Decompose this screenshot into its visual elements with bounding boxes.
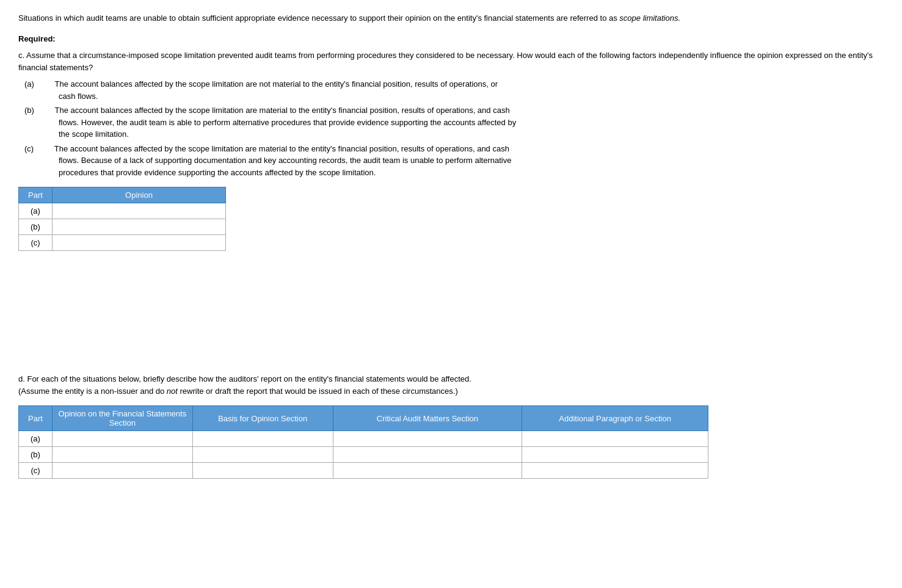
table-c-opinion-b[interactable]: [52, 219, 225, 235]
list-text-b-cont2: the scope limitation.: [59, 128, 884, 140]
table-d-row-c: (c): [19, 463, 708, 479]
table-c-opinion-a[interactable]: [52, 203, 225, 219]
table-c-opinion-c[interactable]: [52, 235, 225, 251]
intro-paragraph: Situations in which audit teams are unab…: [18, 12, 884, 24]
table-d-row-a: (a): [19, 431, 708, 447]
list-text-c-cont2: procedures that provide evidence support…: [59, 167, 884, 179]
list-text-a-cont: cash flows.: [59, 90, 884, 103]
list-text-a: The account balances affected by the sco…: [55, 79, 498, 89]
table-c-container: Part Opinion (a) (b) (c): [18, 187, 884, 251]
table-c-part-c: (c): [19, 235, 53, 251]
table-c-part-a: (a): [19, 203, 53, 219]
table-d-additional-b[interactable]: [522, 447, 708, 463]
list-label-c: (c): [24, 144, 34, 153]
list-text-c-cont: flows. Because of a lack of supporting d…: [59, 154, 884, 167]
table-d-critical-a[interactable]: [333, 431, 522, 447]
part-d-text: d. For each of the situations below, bri…: [18, 373, 884, 385]
col-opinion-statements: Opinion on the Financial Statements Sect…: [52, 406, 192, 431]
table-c: Part Opinion (a) (b) (c): [18, 187, 226, 251]
table-c-row-c: (c): [19, 235, 226, 251]
col-basis-opinion: Basis for Opinion Section: [192, 406, 333, 431]
list-label-b: (b): [24, 106, 34, 115]
col-part-d: Part: [19, 406, 53, 431]
required-section: Required: c. Assume that a circumstance-…: [18, 33, 884, 179]
col-part-c: Part: [19, 187, 53, 203]
table-d-basis-a[interactable]: [192, 431, 333, 447]
list-item-a: (a) The account balances affected by the…: [24, 78, 884, 102]
table-c-part-b: (b): [19, 219, 53, 235]
list-text-b-cont: flows. However, the audit team is able t…: [59, 117, 884, 129]
table-d-basis-c[interactable]: [192, 463, 333, 479]
list-label-a: (a): [24, 79, 34, 89]
required-label-text: Required:: [18, 33, 884, 45]
table-d-basis-b[interactable]: [192, 447, 333, 463]
required-label: Required:: [18, 34, 56, 43]
col-opinion-c: Opinion: [52, 187, 225, 203]
table-d-part-b: (b): [19, 447, 53, 463]
list-item-b: (b) The account balances affected by the…: [24, 104, 884, 140]
list-text-b: The account balances affected by the sco…: [55, 106, 510, 115]
table-d-row-b: (b): [19, 447, 708, 463]
list-text-c: The account balances affected by the sco…: [54, 144, 509, 153]
table-d-critical-c[interactable]: [333, 463, 522, 479]
scope-limitations-term: scope limitations.: [619, 13, 680, 23]
col-critical-audit: Critical Audit Matters Section: [333, 406, 522, 431]
table-c-row-b: (b): [19, 219, 226, 235]
table-d-opinion-b[interactable]: [52, 447, 192, 463]
table-c-row-a: (a): [19, 203, 226, 219]
table-d-opinion-c[interactable]: [52, 463, 192, 479]
table-d-critical-b[interactable]: [333, 447, 522, 463]
table-d-additional-a[interactable]: [522, 431, 708, 447]
table-d-part-a: (a): [19, 431, 53, 447]
col-additional-paragraph: Additional Paragraph or Section: [522, 406, 708, 431]
not-italic: not: [167, 387, 178, 396]
spacer: [18, 257, 884, 355]
list-item-c: (c) The account balances affected by the…: [24, 143, 884, 179]
table-d-part-c: (c): [19, 463, 53, 479]
part-d-note: (Assume the entity is a non-issuer and d…: [18, 385, 884, 397]
part-d-section: d. For each of the situations below, bri…: [18, 373, 884, 397]
table-d: Part Opinion on the Financial Statements…: [18, 405, 708, 479]
table-d-additional-c[interactable]: [522, 463, 708, 479]
part-c-intro: c. Assume that a circumstance-imposed sc…: [18, 49, 884, 73]
table-d-container: Part Opinion on the Financial Statements…: [18, 405, 884, 479]
table-d-opinion-a[interactable]: [52, 431, 192, 447]
